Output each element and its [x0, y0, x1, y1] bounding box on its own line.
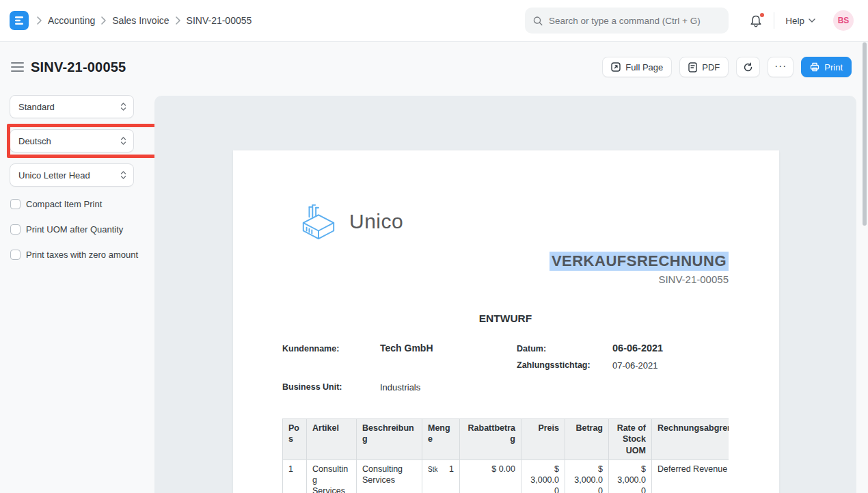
breadcrumb-current-doc[interactable]: SINV-21-00055 [187, 15, 252, 26]
refresh-icon [743, 62, 753, 72]
doc-status-draft: ENTWURF [282, 312, 729, 325]
chevron-right-icon [37, 16, 42, 25]
file-icon [688, 62, 697, 72]
compact-item-print-option: Compact Item Print [10, 199, 154, 209]
chevron-right-icon [176, 16, 180, 25]
select-stepper-icon [120, 102, 126, 111]
cell-beschreibung: Consulting Services [357, 459, 422, 493]
company-name: Unico [349, 210, 403, 233]
printer-icon [810, 62, 819, 72]
print-page-header: SINV-21-00055 Full Page PDF ··· [0, 51, 868, 83]
factory-logo-icon [299, 202, 338, 241]
breadcrumb: Accounting Sales Invoice SINV-21-00055 [37, 15, 252, 26]
search-input[interactable] [549, 16, 720, 26]
letterhead-select[interactable]: Unico Letter Head [10, 163, 134, 187]
zahlungsstichtag-value: 07-06-2021 [612, 360, 658, 371]
cell-menge: Stk 1 [422, 459, 460, 493]
col-betrag: Betrag [565, 419, 609, 460]
language-value: Deutsch [18, 136, 51, 146]
col-pos: Pos [283, 419, 307, 460]
breadcrumb-sales-invoice[interactable]: Sales Invoice [112, 15, 169, 26]
datum-label: Datum: [517, 344, 546, 354]
datum-value: 06-06-2021 [612, 343, 663, 354]
invoice-items-table-wrapper: Pos Artikel Beschreibung Menge Rabattbet… [282, 418, 729, 493]
col-rate-of-stock-uom: Rate of Stock UOM [609, 419, 652, 460]
erpnext-logo-icon [14, 15, 25, 26]
invoice-sheet: Unico VERKAUFSRECHNUNG SINV-21-00055 ENT… [233, 150, 779, 493]
navbar-divider [774, 12, 774, 29]
cell-artikel: Consulting Services [307, 459, 357, 493]
table-row: 1 Consulting Services Consulting Service… [283, 459, 729, 493]
vertical-scrollbar[interactable] [863, 42, 867, 226]
print-format-select[interactable]: Standard [10, 95, 134, 118]
avatar-initials: BS [838, 16, 850, 25]
menu-icon[interactable] [11, 62, 24, 72]
chevron-down-icon [809, 18, 815, 23]
col-rechnungsabgrenzungskonto: Rechnungsabgrenzungskonto [652, 419, 729, 460]
cell-uom: Stk [428, 465, 437, 474]
cell-preis: $ 3,000.00 [521, 459, 565, 493]
breadcrumb-accounting[interactable]: Accounting [48, 15, 95, 26]
print-options-sidebar: Standard Deutsch Unico Letter Head Compa… [0, 83, 154, 260]
zahlungsstichtag-label: Zahlungsstichtag: [517, 360, 591, 370]
language-select[interactable]: Deutsch [10, 129, 134, 152]
col-artikel: Artikel [307, 419, 357, 460]
print-uom-after-quantity-label: Print UOM after Quantity [26, 224, 123, 235]
print-label: Print [824, 62, 843, 72]
print-preview-area: Unico VERKAUFSRECHNUNG SINV-21-00055 ENT… [154, 96, 856, 493]
toolbar-actions: Full Page PDF ··· Print [602, 57, 852, 77]
print-uom-after-quantity-checkbox[interactable] [10, 224, 21, 235]
doc-title-selected-text: VERKAUFSRECHNUNG [550, 252, 729, 271]
col-preis: Preis [521, 419, 565, 460]
notifications-button[interactable] [749, 14, 763, 28]
compact-item-print-checkbox[interactable] [10, 199, 21, 209]
cell-rabattbetrag: $ 0.00 [460, 459, 521, 493]
col-rabattbetrag: Rabattbetrag [460, 419, 521, 460]
page-title: SINV-21-00055 [31, 59, 126, 75]
doc-number: SINV-21-00055 [550, 274, 729, 285]
print-taxes-zero-amount-checkbox[interactable] [10, 250, 21, 260]
ellipsis-icon: ··· [774, 60, 787, 75]
invoice-items-table: Pos Artikel Beschreibung Menge Rabattbet… [282, 418, 729, 493]
refresh-button[interactable] [736, 57, 760, 77]
cell-pos: 1 [283, 459, 307, 493]
pdf-button[interactable]: PDF [679, 57, 729, 77]
app-logo[interactable] [10, 11, 29, 30]
col-beschreibung: Beschreibung [357, 419, 422, 460]
kundenname-value: Tech GmbH [380, 343, 433, 354]
global-search[interactable] [525, 8, 729, 34]
full-page-button[interactable]: Full Page [602, 57, 672, 77]
help-menu[interactable]: Help [785, 16, 815, 26]
cell-rate-of-stock-uom: $ 3,000.00 [609, 459, 652, 493]
print-taxes-zero-amount-option: Print taxes with zero amount [10, 250, 154, 260]
top-navbar: Accounting Sales Invoice SINV-21-00055 H… [0, 0, 868, 42]
company-letterhead: Unico [299, 202, 403, 241]
table-header-row: Pos Artikel Beschreibung Menge Rabattbet… [283, 419, 729, 460]
doc-title-block: VERKAUFSRECHNUNG SINV-21-00055 [550, 252, 729, 285]
full-page-label: Full Page [625, 62, 663, 72]
expand-icon [611, 62, 621, 72]
more-options-button[interactable]: ··· [768, 57, 794, 77]
search-icon [533, 16, 543, 26]
business-unit-value: Industrials [380, 382, 420, 392]
select-stepper-icon [120, 170, 126, 180]
compact-item-print-label: Compact Item Print [26, 199, 102, 209]
print-button[interactable]: Print [801, 57, 852, 77]
help-label: Help [785, 16, 804, 26]
notification-dot [760, 13, 764, 17]
print-format-value: Standard [18, 102, 55, 112]
cell-qty: 1 [449, 464, 454, 475]
print-uom-after-quantity-option: Print UOM after Quantity [10, 224, 154, 235]
pdf-label: PDF [702, 62, 720, 72]
print-taxes-zero-amount-label: Print taxes with zero amount [26, 250, 138, 260]
cell-betrag: $ 3,000.00 [565, 459, 609, 493]
select-stepper-icon [120, 136, 126, 146]
letterhead-value: Unico Letter Head [18, 170, 90, 181]
col-menge: Menge [422, 419, 460, 460]
kundenname-label: Kundenname: [282, 344, 339, 354]
user-avatar[interactable]: BS [833, 10, 854, 31]
cell-konto: Deferred Revenue [652, 459, 729, 493]
business-unit-label: Business Unit: [282, 382, 342, 392]
chevron-right-icon [101, 16, 106, 25]
